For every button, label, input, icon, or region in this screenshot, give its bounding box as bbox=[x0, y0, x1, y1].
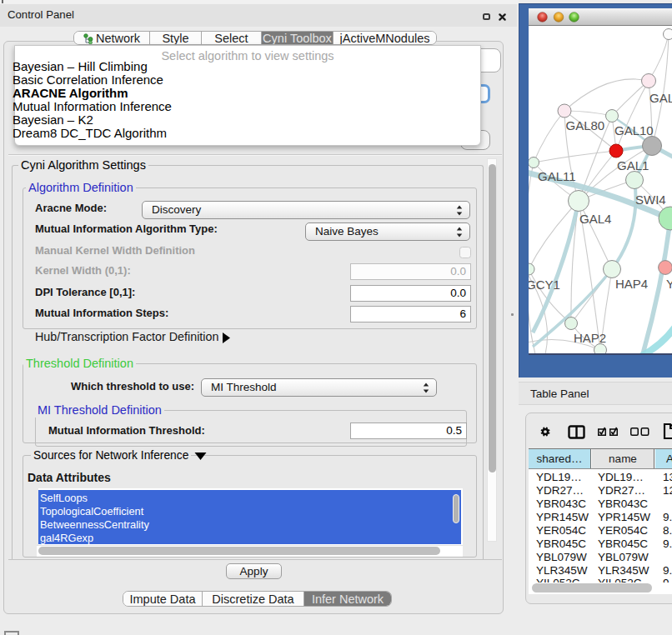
svg-text:HAP4: HAP4 bbox=[615, 277, 648, 291]
svg-text:GAL: GAL bbox=[649, 91, 672, 105]
svg-text:GAL11: GAL11 bbox=[538, 169, 576, 183]
svg-text:GCY1: GCY1 bbox=[529, 278, 560, 292]
svg-text:GAL4: GAL4 bbox=[579, 212, 611, 226]
svg-text:Y: Y bbox=[666, 277, 672, 291]
svg-text:SWI4: SWI4 bbox=[635, 192, 666, 207]
svg-text:GAL1: GAL1 bbox=[617, 158, 649, 172]
svg-text:GAL80: GAL80 bbox=[566, 118, 605, 132]
svg-text:GAL10: GAL10 bbox=[614, 123, 654, 138]
svg-text:HAP2: HAP2 bbox=[574, 331, 606, 345]
